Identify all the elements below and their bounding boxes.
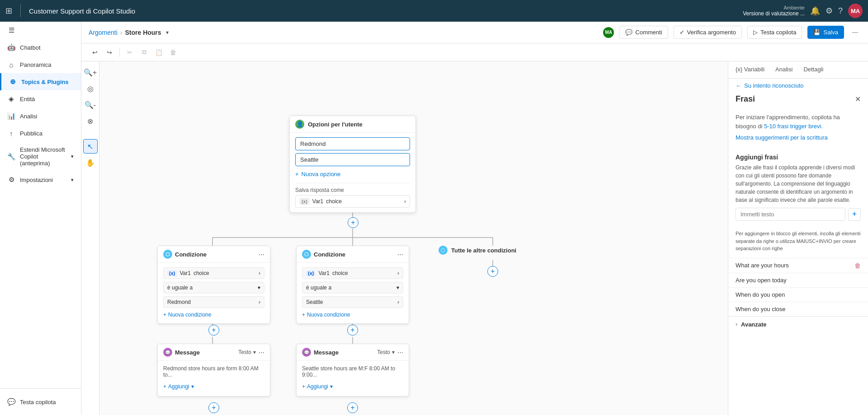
condition1-more-icon[interactable]: ⋯: [259, 251, 264, 258]
condition-card-1: ⬡ Condizione ⋯ (x) Var1 choice ›: [157, 246, 270, 324]
condition1-title: ⬡ Condizione: [163, 250, 207, 259]
sidebar-item-entita[interactable]: ◈ Entità: [0, 90, 81, 107]
zoom-in-tool[interactable]: 🔍+: [83, 65, 98, 79]
right-panel-title: Frasi: [736, 94, 755, 104]
var-type: choice: [326, 198, 342, 205]
cut-button[interactable]: ✂: [123, 46, 136, 59]
verify-button[interactable]: ✓ Verifica argomento: [674, 26, 742, 39]
plus-button-msg2-below[interactable]: +: [347, 402, 358, 413]
message1-type-chevron: ▾: [253, 349, 256, 355]
save-button[interactable]: 💾 Salva: [807, 26, 844, 39]
sidebar-item-menu[interactable]: ☰: [0, 22, 81, 39]
sidebar-item-chatbot[interactable]: 🤖 Chatbot: [0, 39, 81, 56]
bell-icon[interactable]: 🔔: [810, 6, 820, 16]
delete-button[interactable]: 🗑: [167, 46, 179, 59]
condition2-operator[interactable]: è uguale a ▾: [302, 282, 403, 294]
condition1-operator[interactable]: è uguale a ▾: [163, 282, 264, 294]
redo-button[interactable]: ↪: [103, 46, 116, 59]
condition1-value-row[interactable]: Redmond ›: [163, 296, 264, 308]
center-tool[interactable]: ◎: [83, 81, 98, 96]
sidebar-item-pubblica[interactable]: ↑ Pubblica: [0, 125, 81, 142]
phrase-item-1: What are your hours 🗑: [728, 258, 868, 273]
plus-button-main[interactable]: +: [348, 217, 359, 228]
zoom-out-tool[interactable]: 🔍-: [83, 98, 98, 112]
cond1-var: Var1: [179, 270, 190, 276]
message2-title: 💬 Message: [302, 348, 339, 357]
options-card-title: Opzioni per l'utente: [308, 121, 363, 128]
phrase-delete-1[interactable]: 🗑: [854, 262, 861, 269]
edit-divider-1: [119, 48, 120, 57]
sidebar-chatbot-label: Chatbot: [20, 44, 41, 51]
cond1-x-badge: (x): [167, 270, 177, 276]
close-button[interactable]: ✕: [855, 95, 861, 103]
breadcrumb-dropdown-icon[interactable]: ▾: [166, 29, 169, 36]
sidebar-item-impostazioni[interactable]: ⚙ Impostazioni ▾: [0, 171, 81, 188]
settings-icon[interactable]: ⚙: [826, 6, 833, 16]
add-condition-2-button[interactable]: + Nuova condizione: [302, 311, 403, 319]
condition1-var-row[interactable]: (x) Var1 choice ›: [163, 267, 264, 279]
condition2-more-icon[interactable]: ⋯: [397, 251, 403, 258]
tab-variabili[interactable]: {x} Variabili: [734, 61, 766, 78]
tab-analisi[interactable]: Analisi: [774, 61, 794, 78]
copy-button[interactable]: ⧉: [138, 46, 151, 59]
plus-button-cond1[interactable]: +: [208, 325, 219, 336]
link-suggerimenti[interactable]: Mostra suggerimenti per la scrittura: [736, 134, 828, 141]
verify-label: Verifica argomento: [687, 29, 736, 36]
breadcrumb-link[interactable]: Argomenti: [89, 29, 118, 36]
sidebar-item-topics[interactable]: ⊕ Topics & Plugins: [0, 73, 81, 90]
message1-text: Redmond store hours are form 8:00 AM to.…: [163, 365, 264, 378]
help-icon[interactable]: ?: [838, 6, 843, 16]
add-option-button[interactable]: + Nuova opzione: [295, 169, 410, 179]
message1-add-button[interactable]: + Aggiungi ▾: [163, 382, 264, 392]
save-as-input[interactable]: (x) Var1 choice ›: [295, 195, 410, 208]
test-icon-toolbar: ▷: [753, 29, 758, 36]
toolbar-right: MA 💬 Commenti ✓ Verifica argomento ▷ Tes…: [603, 26, 861, 39]
sidebar-item-panoramica[interactable]: ⌂ Panoramica: [0, 56, 81, 73]
undo-button[interactable]: ↩: [89, 46, 101, 59]
cond2-chevron-down: ▾: [396, 284, 399, 291]
more-button[interactable]: ⋯: [849, 27, 861, 37]
message2-add-button[interactable]: + Aggiungi ▾: [302, 382, 403, 392]
phrase-input-field[interactable]: [736, 208, 845, 221]
test-label: Testa copilota: [760, 29, 797, 36]
sidebar-item-analisi[interactable]: 📊 Analisi: [0, 107, 81, 125]
message1-type[interactable]: Testo ▾: [238, 349, 256, 355]
lock-tool[interactable]: ⊗: [83, 114, 98, 128]
sidebar-item-test[interactable]: 💬 Testa copilota: [0, 393, 81, 410]
add-condition-1-button[interactable]: + Nuova condizione: [163, 311, 264, 319]
message1-body: Redmond store hours are form 8:00 AM to.…: [158, 361, 270, 396]
tab-dettagli[interactable]: Dettagli: [802, 61, 825, 78]
analytics-icon: 📊: [7, 112, 15, 120]
advanced-section[interactable]: › Avanzate: [728, 316, 868, 332]
message1-more-icon[interactable]: ⋯: [259, 349, 264, 356]
user-options-card: 👤 Opzioni per l'utente + Nuova opzione S…: [289, 116, 416, 213]
select-tool[interactable]: ↖: [83, 139, 98, 154]
condition1-label: Condizione: [175, 251, 207, 258]
message2-type-chevron: ▾: [392, 349, 395, 355]
test-icon: 💬: [7, 398, 15, 406]
var-badge: (x): [299, 198, 310, 205]
toolbar-left: Argomenti › Store Hours ▾: [89, 29, 169, 36]
message2-type[interactable]: Testo ▾: [377, 349, 395, 355]
comments-button[interactable]: 💬 Commenti: [619, 26, 668, 39]
sidebar-item-estendi[interactable]: 🔧 Estendi Microsoft Copilot (anteprima) …: [0, 142, 81, 171]
phrase-add-button[interactable]: +: [848, 208, 861, 221]
user-avatar[interactable]: MA: [848, 4, 863, 18]
breadcrumb-current: Store Hours: [125, 29, 161, 36]
test-copilota-button[interactable]: ▷ Testa copilota: [747, 26, 802, 39]
option-input-redmond[interactable]: [295, 137, 410, 150]
cond2-value: Seattle: [306, 299, 323, 305]
option-input-seattle[interactable]: [295, 153, 410, 166]
hand-tool[interactable]: ✋: [83, 155, 98, 170]
grid-icon[interactable]: ⊞: [5, 6, 12, 16]
condition2-value-row[interactable]: Seattle ›: [302, 296, 403, 308]
paste-button[interactable]: 📋: [152, 46, 165, 59]
back-button[interactable]: ← Su intento riconosciuto: [728, 79, 868, 93]
plus-button-cond2[interactable]: +: [347, 325, 358, 336]
plus-button-msg1-below[interactable]: +: [208, 402, 219, 413]
sidebar-bottom: 💬 Testa copilota: [0, 388, 81, 415]
add-note: Per aggiungere in blocco gli elementi, i…: [728, 228, 868, 258]
condition2-var-row[interactable]: (x) Var1 choice ›: [302, 267, 403, 279]
message2-more-icon[interactable]: ⋯: [397, 349, 403, 356]
plus-button-allother[interactable]: +: [487, 266, 498, 277]
